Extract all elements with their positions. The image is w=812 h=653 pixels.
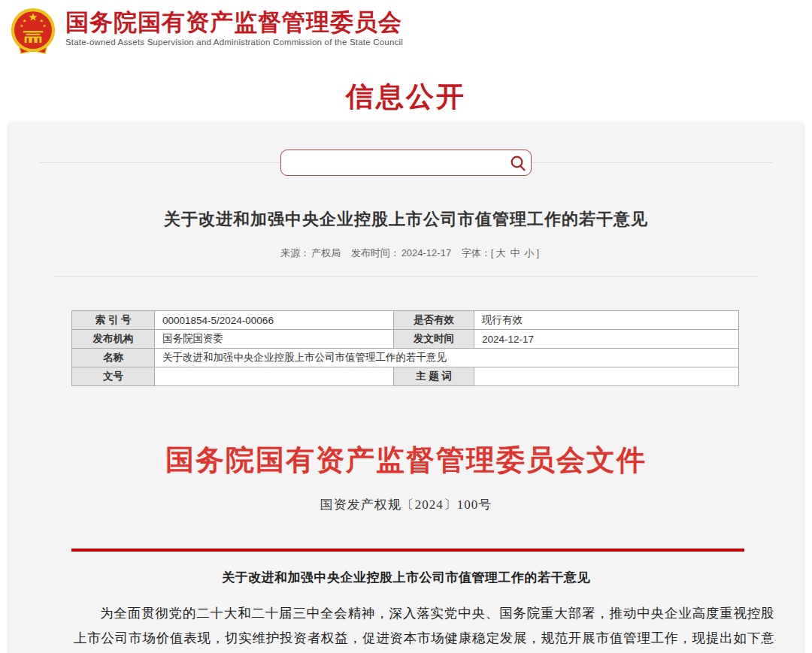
document-info-table: 索 引 号 00001854-5/2024-00066 是否有效 现行有效 发布… <box>71 310 739 386</box>
table-row: 名称 关于改进和加强中央企业控股上市公司市值管理工作的若干意见 <box>72 349 739 367</box>
field-label-index-number: 索 引 号 <box>72 311 155 330</box>
font-size-medium-button[interactable]: 中 <box>510 247 520 258</box>
field-value-index-number: 00001854-5/2024-00066 <box>155 311 394 330</box>
field-value-issuing-agency: 国务院国资委 <box>155 330 394 349</box>
field-label-doc-number: 文号 <box>72 367 155 386</box>
source-label: 来源： <box>280 247 310 258</box>
document-letterhead: 国务院国有资产监督管理委员会文件 <box>9 443 803 476</box>
bracket-close: ] <box>536 247 539 258</box>
content-panel: 关于改进和加强中央企业控股上市公司市值管理工作的若干意见 来源：产权局 发布时间… <box>9 122 803 653</box>
bracket-open: [ <box>491 247 494 258</box>
publish-date-label: 发布时间： <box>351 247 400 258</box>
table-row: 文号 主 题 词 <box>72 367 739 386</box>
field-label-subject-words: 主 题 词 <box>394 367 474 386</box>
site-subtitle: State-owned Assets Supervision and Admin… <box>65 38 403 47</box>
source-value: 产权局 <box>311 247 341 258</box>
national-emblem-icon <box>8 7 59 56</box>
field-value-subject-words <box>474 367 739 386</box>
font-size-small-button[interactable]: 小 <box>524 247 534 258</box>
article-meta: 来源：产权局 发布时间：2024-12-17 字体：[大中小] <box>9 246 803 260</box>
search-input[interactable] <box>281 150 505 175</box>
letterhead-red-rule <box>71 549 744 552</box>
meta-divider-line <box>54 276 758 277</box>
page-title: 信息公开 <box>0 81 812 113</box>
field-value-doc-number <box>155 367 394 386</box>
document-number: 国资发产权规〔2024〕100号 <box>9 496 803 513</box>
field-label-name: 名称 <box>72 349 155 367</box>
article-title: 关于改进和加强中央企业控股上市公司市值管理工作的若干意见 <box>9 209 803 230</box>
search-box[interactable] <box>280 150 532 176</box>
search-icon[interactable] <box>505 150 531 175</box>
table-row: 索 引 号 00001854-5/2024-00066 是否有效 现行有效 <box>72 311 739 330</box>
field-label-validity: 是否有效 <box>394 311 474 330</box>
field-label-issue-date: 发文时间 <box>394 330 474 349</box>
field-value-validity: 现行有效 <box>474 311 739 330</box>
field-label-issuing-agency: 发布机构 <box>72 330 155 349</box>
document-paragraph: 为全面贯彻党的二十大和二十届三中全会精神，深入落实党中央、国务院重大部署，推动中… <box>74 601 774 653</box>
document-title: 关于改进和加强中央企业控股上市公司市值管理工作的若干意见 <box>9 569 803 586</box>
font-size-large-button[interactable]: 大 <box>495 247 505 258</box>
site-title: 国务院国有资产监督管理委员会 <box>65 9 403 36</box>
font-size-label: 字体： <box>462 247 491 258</box>
site-header: 国务院国有资产监督管理委员会 State-owned Assets Superv… <box>0 0 812 60</box>
field-value-issue-date: 2024-12-17 <box>474 330 739 349</box>
table-row: 发布机构 国务院国资委 发文时间 2024-12-17 <box>72 330 739 349</box>
field-value-name: 关于改进和加强中央企业控股上市公司市值管理工作的若干意见 <box>155 349 739 367</box>
search-row <box>9 150 803 176</box>
publish-date-value: 2024-12-17 <box>401 247 452 258</box>
